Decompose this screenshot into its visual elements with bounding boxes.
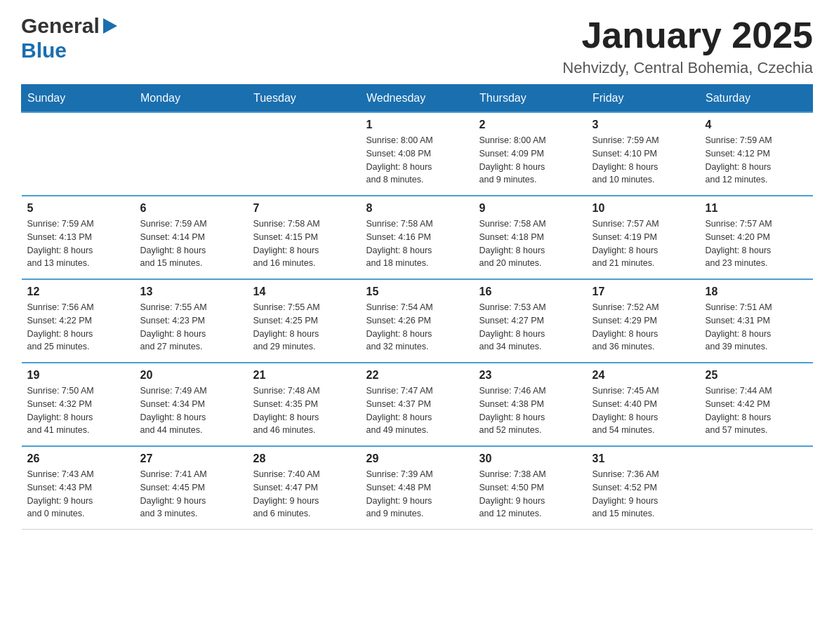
day-number: 27 [140,452,242,465]
day-number: 18 [706,286,807,298]
calendar-title: January 2025 [562,14,813,56]
day-number: 4 [706,119,807,131]
calendar-cell: 11Sunrise: 7:57 AMSunset: 4:20 PMDayligh… [700,196,813,279]
day-number: 21 [253,369,355,382]
header-friday: Friday [587,85,700,113]
calendar-cell: 2Sunrise: 8:00 AMSunset: 4:09 PMDaylight… [474,112,587,196]
calendar-week-1: 1Sunrise: 8:00 AMSunset: 4:08 PMDaylight… [22,112,813,196]
calendar-cell: 1Sunrise: 8:00 AMSunset: 4:08 PMDaylight… [361,112,474,196]
day-info: Sunrise: 7:54 AMSunset: 4:26 PMDaylight:… [366,301,468,354]
day-info: Sunrise: 7:53 AMSunset: 4:27 PMDaylight:… [479,301,581,354]
calendar-cell: 28Sunrise: 7:40 AMSunset: 4:47 PMDayligh… [248,446,361,530]
day-info: Sunrise: 7:57 AMSunset: 4:20 PMDaylight:… [706,217,807,270]
calendar-header-row: SundayMondayTuesdayWednesdayThursdayFrid… [22,85,813,113]
day-info: Sunrise: 7:51 AMSunset: 4:31 PMDaylight:… [706,301,807,354]
calendar-cell: 18Sunrise: 7:51 AMSunset: 4:31 PMDayligh… [700,279,813,363]
day-info: Sunrise: 7:58 AMSunset: 4:16 PMDaylight:… [366,217,468,270]
calendar-cell: 30Sunrise: 7:38 AMSunset: 4:50 PMDayligh… [474,446,587,530]
day-number: 6 [140,202,242,215]
day-number: 15 [366,286,468,298]
calendar-cell: 19Sunrise: 7:50 AMSunset: 4:32 PMDayligh… [22,363,135,446]
day-number: 13 [140,286,242,298]
day-info: Sunrise: 7:49 AMSunset: 4:34 PMDaylight:… [140,384,242,437]
day-number: 11 [706,202,807,215]
header-monday: Monday [135,85,248,113]
calendar-cell: 5Sunrise: 7:59 AMSunset: 4:13 PMDaylight… [22,196,135,279]
day-info: Sunrise: 7:59 AMSunset: 4:14 PMDaylight:… [140,217,242,270]
day-number: 20 [140,369,242,382]
calendar-week-5: 26Sunrise: 7:43 AMSunset: 4:43 PMDayligh… [22,446,813,530]
day-number: 29 [366,452,468,465]
calendar-cell: 13Sunrise: 7:55 AMSunset: 4:23 PMDayligh… [135,279,248,363]
day-number: 25 [706,369,807,382]
header-thursday: Thursday [474,85,587,113]
day-info: Sunrise: 7:36 AMSunset: 4:52 PMDaylight:… [593,468,694,521]
day-number: 5 [27,202,129,215]
day-number: 7 [253,202,355,215]
day-number: 2 [479,119,581,131]
day-info: Sunrise: 7:43 AMSunset: 4:43 PMDaylight:… [27,468,129,521]
day-info: Sunrise: 7:45 AMSunset: 4:40 PMDaylight:… [593,384,694,437]
calendar-cell: 8Sunrise: 7:58 AMSunset: 4:16 PMDaylight… [361,196,474,279]
day-info: Sunrise: 7:44 AMSunset: 4:42 PMDaylight:… [706,384,807,437]
day-number: 19 [27,369,129,382]
day-info: Sunrise: 7:40 AMSunset: 4:47 PMDaylight:… [253,468,355,521]
calendar-table: SundayMondayTuesdayWednesdayThursdayFrid… [21,84,813,530]
day-number: 3 [593,119,694,131]
calendar-cell: 25Sunrise: 7:44 AMSunset: 4:42 PMDayligh… [700,363,813,446]
day-info: Sunrise: 7:46 AMSunset: 4:38 PMDaylight:… [479,384,581,437]
day-info: Sunrise: 7:55 AMSunset: 4:25 PMDaylight:… [253,301,355,354]
day-number: 28 [253,452,355,465]
calendar-cell: 31Sunrise: 7:36 AMSunset: 4:52 PMDayligh… [587,446,700,530]
header-tuesday: Tuesday [248,85,361,113]
calendar-cell [700,446,813,530]
day-info: Sunrise: 7:59 AMSunset: 4:10 PMDaylight:… [593,134,694,187]
day-info: Sunrise: 7:47 AMSunset: 4:37 PMDaylight:… [366,384,468,437]
day-number: 30 [479,452,581,465]
day-info: Sunrise: 7:57 AMSunset: 4:19 PMDaylight:… [593,217,694,270]
day-number: 16 [479,286,581,298]
calendar-cell: 29Sunrise: 7:39 AMSunset: 4:48 PMDayligh… [361,446,474,530]
header-saturday: Saturday [700,85,813,113]
day-info: Sunrise: 7:58 AMSunset: 4:18 PMDaylight:… [479,217,581,270]
calendar-subtitle: Nehvizdy, Central Bohemia, Czechia [562,59,813,77]
calendar-cell: 10Sunrise: 7:57 AMSunset: 4:19 PMDayligh… [587,196,700,279]
day-info: Sunrise: 7:56 AMSunset: 4:22 PMDaylight:… [27,301,129,354]
calendar-cell [135,112,248,196]
calendar-cell [248,112,361,196]
calendar-cell: 15Sunrise: 7:54 AMSunset: 4:26 PMDayligh… [361,279,474,363]
calendar-cell: 3Sunrise: 7:59 AMSunset: 4:10 PMDaylight… [587,112,700,196]
day-number: 26 [27,452,129,465]
day-number: 10 [593,202,694,215]
day-info: Sunrise: 7:39 AMSunset: 4:48 PMDaylight:… [366,468,468,521]
calendar-cell: 6Sunrise: 7:59 AMSunset: 4:14 PMDaylight… [135,196,248,279]
calendar-cell: 21Sunrise: 7:48 AMSunset: 4:35 PMDayligh… [248,363,361,446]
day-info: Sunrise: 7:59 AMSunset: 4:12 PMDaylight:… [706,134,807,187]
calendar-cell: 22Sunrise: 7:47 AMSunset: 4:37 PMDayligh… [361,363,474,446]
header-sunday: Sunday [22,85,135,113]
calendar-cell: 17Sunrise: 7:52 AMSunset: 4:29 PMDayligh… [587,279,700,363]
calendar-cell [22,112,135,196]
calendar-cell: 7Sunrise: 7:58 AMSunset: 4:15 PMDaylight… [248,196,361,279]
logo-arrow-icon [103,18,117,34]
calendar-cell: 14Sunrise: 7:55 AMSunset: 4:25 PMDayligh… [248,279,361,363]
calendar-week-4: 19Sunrise: 7:50 AMSunset: 4:32 PMDayligh… [22,363,813,446]
page-header: General Blue January 2025 Nehvizdy, Cent… [21,14,813,77]
day-number: 17 [593,286,694,298]
day-number: 24 [593,369,694,382]
calendar-cell: 9Sunrise: 7:58 AMSunset: 4:18 PMDaylight… [474,196,587,279]
day-info: Sunrise: 8:00 AMSunset: 4:09 PMDaylight:… [479,134,581,187]
calendar-cell: 4Sunrise: 7:59 AMSunset: 4:12 PMDaylight… [700,112,813,196]
day-number: 9 [479,202,581,215]
svg-marker-0 [103,18,117,34]
day-number: 31 [593,452,694,465]
day-number: 1 [366,119,468,131]
day-info: Sunrise: 7:50 AMSunset: 4:32 PMDaylight:… [27,384,129,437]
day-number: 8 [366,202,468,215]
title-section: January 2025 Nehvizdy, Central Bohemia, … [562,14,813,77]
calendar-cell: 23Sunrise: 7:46 AMSunset: 4:38 PMDayligh… [474,363,587,446]
day-info: Sunrise: 8:00 AMSunset: 4:08 PMDaylight:… [366,134,468,187]
day-info: Sunrise: 7:55 AMSunset: 4:23 PMDaylight:… [140,301,242,354]
day-number: 22 [366,369,468,382]
calendar-cell: 20Sunrise: 7:49 AMSunset: 4:34 PMDayligh… [135,363,248,446]
